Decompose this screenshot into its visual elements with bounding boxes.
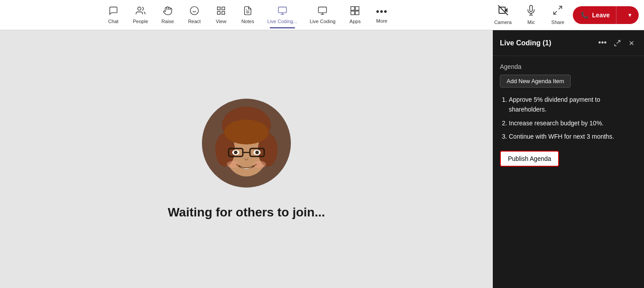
apps-label: Apps — [350, 19, 361, 24]
panel-more-button[interactable]: ••• — [596, 36, 608, 49]
agenda-list: Approve 5% dividend payment to sharehold… — [500, 95, 637, 142]
panel-controls: ••• — [596, 36, 637, 49]
panel-close-button[interactable] — [626, 38, 637, 48]
video-area: Waiting for others to join... — [0, 30, 493, 288]
apps-icon — [350, 6, 360, 17]
svg-rect-5 — [222, 7, 225, 10]
toolbar: Chat People Raise React View — [0, 0, 644, 30]
svg-rect-7 — [222, 12, 225, 14]
more-icon: ••• — [376, 7, 387, 16]
agenda-item-2: Increase research budget by 10%. — [509, 118, 637, 128]
people-icon — [136, 6, 145, 17]
leave-label: Leave — [592, 12, 612, 19]
chat-icon — [109, 6, 118, 17]
mic-button[interactable]: Mic — [519, 3, 543, 27]
share-icon — [552, 5, 563, 18]
add-agenda-button[interactable]: Add New Agenda Item — [500, 75, 571, 88]
avatar-image — [202, 99, 291, 188]
react-icon — [189, 6, 199, 17]
svg-line-40 — [617, 40, 620, 44]
svg-point-38 — [227, 161, 239, 168]
view-label: View — [216, 19, 226, 24]
svg-point-37 — [255, 151, 259, 154]
panel-title: Live Coding (1) — [500, 39, 596, 47]
svg-rect-17 — [355, 7, 359, 10]
panel-popout-button[interactable] — [612, 38, 623, 48]
participant-avatar — [202, 99, 291, 188]
panel-content: Agenda Add New Agenda Item Approve 5% di… — [493, 56, 644, 288]
live-coding-label: Live Coding — [310, 19, 335, 24]
toolbar-item-view[interactable]: View — [208, 2, 234, 28]
mic-label: Mic — [527, 20, 535, 25]
toolbar-item-more[interactable]: ••• More — [368, 2, 395, 28]
svg-rect-10 — [278, 7, 286, 13]
svg-line-23 — [559, 6, 562, 9]
svg-rect-13 — [318, 7, 326, 13]
svg-rect-16 — [351, 7, 354, 10]
svg-point-39 — [254, 161, 266, 168]
svg-line-24 — [554, 11, 557, 14]
svg-point-0 — [137, 7, 141, 10]
svg-point-1 — [190, 7, 198, 15]
toolbar-item-raise[interactable]: Raise — [154, 2, 181, 28]
camera-button[interactable]: Camera — [490, 3, 516, 27]
main-area: Waiting for others to join... Live Codin… — [0, 30, 644, 288]
notes-icon — [243, 6, 253, 17]
side-panel: Live Coding (1) ••• Agenda Add New Agend… — [493, 30, 644, 288]
raise-icon — [163, 6, 173, 17]
svg-rect-4 — [217, 7, 220, 10]
mic-icon — [526, 5, 536, 18]
svg-point-30 — [224, 120, 269, 144]
camera-label: Camera — [494, 20, 511, 25]
toolbar-right-controls: Camera Mic Share 📞 Leave ▾ — [490, 3, 639, 27]
toolbar-item-notes[interactable]: Notes — [234, 2, 261, 28]
publish-agenda-button[interactable]: Publish Agenda — [500, 151, 559, 167]
panel-header: Live Coding (1) ••• — [493, 30, 644, 56]
svg-rect-6 — [217, 12, 220, 14]
toolbar-item-apps[interactable]: Apps — [342, 2, 368, 28]
svg-point-36 — [234, 151, 237, 154]
live-coding-active-icon — [278, 6, 287, 17]
people-label: People — [133, 19, 148, 24]
toolbar-item-people[interactable]: People — [127, 2, 154, 28]
view-icon — [216, 6, 226, 17]
leave-button[interactable]: 📞 Leave ▾ — [573, 6, 639, 24]
agenda-item-1: Approve 5% dividend payment to sharehold… — [509, 95, 637, 115]
share-button[interactable]: Share — [546, 3, 569, 27]
raise-label: Raise — [161, 19, 174, 24]
react-label: React — [188, 19, 201, 24]
toolbar-item-live-coding[interactable]: Live Coding — [303, 2, 342, 28]
leave-phone-icon: 📞 — [581, 12, 588, 19]
live-coding-icon — [318, 6, 327, 17]
agenda-label: Agenda — [500, 63, 637, 70]
toolbar-item-chat[interactable]: Chat — [100, 2, 127, 28]
toolbar-nav: Chat People Raise React View — [5, 2, 490, 28]
chat-label: Chat — [108, 19, 118, 24]
notes-label: Notes — [242, 19, 254, 24]
leave-chevron-icon[interactable]: ▾ — [621, 6, 639, 24]
more-label: More — [376, 18, 387, 24]
live-coding-active-label: Live Coding... — [267, 19, 297, 24]
share-label: Share — [551, 20, 564, 25]
waiting-text: Waiting for others to join... — [168, 205, 325, 220]
svg-rect-19 — [355, 11, 359, 15]
camera-icon — [498, 5, 508, 18]
svg-rect-18 — [351, 11, 354, 15]
toolbar-item-react[interactable]: React — [181, 2, 208, 28]
agenda-item-3: Continue with WFH for next 3 months. — [509, 132, 637, 141]
toolbar-item-live-coding-active[interactable]: Live Coding... — [261, 2, 303, 28]
leave-divider — [616, 6, 616, 24]
